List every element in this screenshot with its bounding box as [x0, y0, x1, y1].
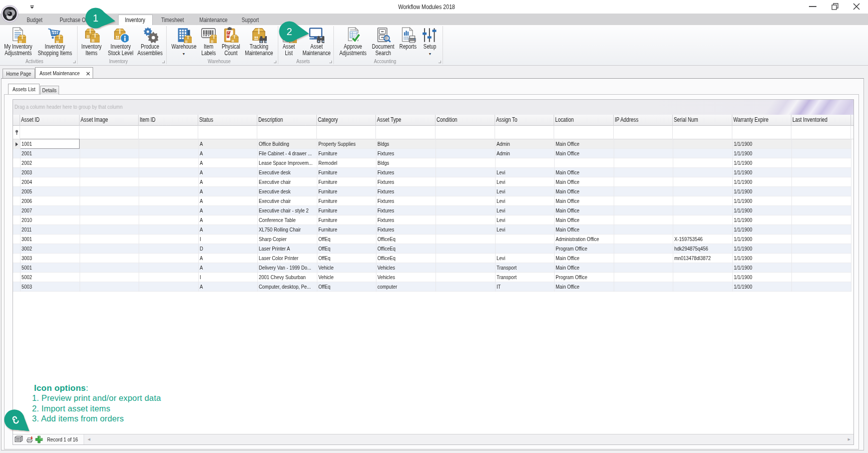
svg-text:2: 2: [286, 26, 292, 37]
svg-text:1: 1: [93, 13, 98, 24]
